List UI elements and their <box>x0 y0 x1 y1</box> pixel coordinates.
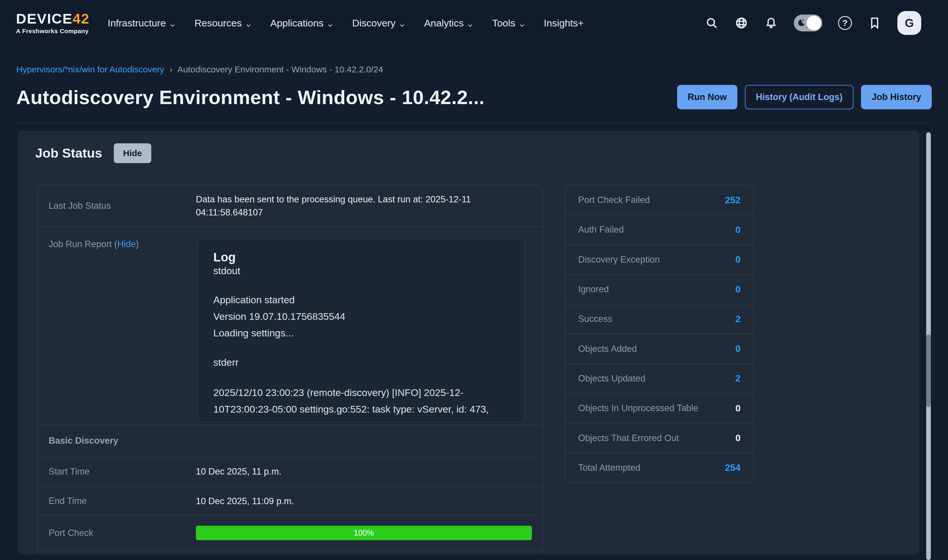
table-row-end-time: End Time 10 Dec 2025, 11:09 p.m. <box>38 486 543 515</box>
device42-logo[interactable]: DEVICE42 A Freshworks Company <box>16 12 89 35</box>
toggle-knob <box>806 16 821 30</box>
hide-panel-button[interactable]: Hide <box>114 143 151 163</box>
nav-label: Resources <box>194 17 242 29</box>
nav-item-discovery[interactable]: Discovery <box>352 17 405 29</box>
help-question-glyph: ? <box>838 16 852 30</box>
stat-row-objects-that-errored-out: Objects That Errored Out 0 <box>566 423 753 452</box>
log-stdout-lines: Application started Version 19.07.10.175… <box>213 292 509 342</box>
job-details-table: Last Job Status Data has been sent to th… <box>37 185 543 554</box>
port-check-progress-text: 100% <box>354 526 374 540</box>
stat-label: Objects Added <box>578 344 637 354</box>
stat-row-objects-updated: Objects Updated 2 <box>566 363 753 393</box>
basic-discovery-heading: Basic Discovery <box>49 435 196 446</box>
logo-tagline: A Freshworks Company <box>16 28 89 35</box>
job-status-header: Job Status Hide <box>35 143 151 163</box>
chevron-down-icon <box>327 20 333 26</box>
chevron-down-icon <box>170 20 176 26</box>
job-history-button[interactable]: Job History <box>861 85 932 109</box>
job-run-report-label: Job Run Report (Hide) <box>49 239 196 249</box>
port-check-progress-bar: 100% <box>196 526 532 540</box>
stat-row-total-attempted: Total Attempted 254 <box>566 453 753 482</box>
stat-value[interactable]: 254 <box>725 462 740 473</box>
notifications-bell-icon[interactable] <box>764 16 778 30</box>
stat-row-ignored: Ignored 0 <box>566 274 753 304</box>
page-scrollbar[interactable] <box>926 132 931 560</box>
nav-label: Discovery <box>352 17 395 29</box>
stat-value[interactable]: 2 <box>735 373 740 384</box>
chevron-down-icon <box>399 20 405 26</box>
breadcrumb-separator: › <box>170 65 173 74</box>
stat-value[interactable]: 252 <box>725 195 740 206</box>
stat-label: Auth Failed <box>578 225 624 235</box>
log-line: Application started <box>213 292 509 308</box>
stat-label: Total Attempted <box>578 463 640 473</box>
stat-row-discovery-exception: Discovery Exception 0 <box>566 245 753 274</box>
stat-label: Port Check Failed <box>578 195 650 205</box>
log-stderr-label: stderr <box>213 357 509 368</box>
stat-row-success: Success 2 <box>566 304 753 334</box>
nav-item-applications[interactable]: Applications <box>270 17 333 29</box>
table-row-basic-discovery: Basic Discovery <box>38 425 543 456</box>
nav-item-insights-plus[interactable]: Insights+ <box>544 17 584 29</box>
stat-label: Success <box>578 314 612 324</box>
moon-icon <box>796 18 806 28</box>
stat-value[interactable]: 0 <box>735 284 740 295</box>
run-now-button[interactable]: Run Now <box>677 85 737 109</box>
stat-value: 0 <box>735 433 740 443</box>
log-viewer[interactable]: Log stdout Application started Version 1… <box>197 238 525 422</box>
job-run-report-label-close: ) <box>136 239 139 249</box>
stat-label: Objects In Unprocessed Table <box>578 403 698 414</box>
header-actions: ? G <box>705 11 921 35</box>
dark-mode-toggle[interactable] <box>794 15 822 31</box>
stat-label: Discovery Exception <box>578 254 660 265</box>
port-check-value: 100% <box>196 526 543 540</box>
search-icon[interactable] <box>705 16 719 30</box>
table-row-start-time: Start Time 10 Dec 2025, 11 p.m. <box>38 456 543 486</box>
job-status-panel: Job Status Hide Last Job Status Data has… <box>18 131 919 554</box>
stat-row-objects-in-unprocessed-table: Objects In Unprocessed Table 0 <box>566 393 753 423</box>
nav-label: Applications <box>270 17 324 29</box>
stat-label: Ignored <box>578 284 609 295</box>
history-audit-logs-button[interactable]: History (Audit Logs) <box>745 85 854 109</box>
stat-label: Objects Updated <box>578 373 645 384</box>
log-stderr-text: 2025/12/10 23:00:23 (remote-discovery) [… <box>213 385 509 422</box>
main-nav: Infrastructure Resources Applications Di… <box>108 17 584 29</box>
user-avatar[interactable]: G <box>897 11 921 35</box>
nav-item-resources[interactable]: Resources <box>194 17 252 29</box>
logo-brand-accent: 42 <box>72 11 89 26</box>
log-line: Loading settings... <box>213 325 509 342</box>
stat-row-auth-failed: Auth Failed 0 <box>566 215 753 244</box>
nav-label: Infrastructure <box>108 17 166 29</box>
nav-item-tools[interactable]: Tools <box>492 17 525 29</box>
job-run-report-value: Log stdout Application started Version 1… <box>196 239 543 422</box>
job-run-report-hide-link[interactable]: Hide <box>117 239 136 249</box>
port-check-label: Port Check <box>49 528 196 538</box>
bookmark-icon[interactable] <box>868 16 882 30</box>
last-job-status-value: Data has been sent to the processing que… <box>196 193 543 219</box>
start-time-label: Start Time <box>49 466 196 477</box>
nav-item-infrastructure[interactable]: Infrastructure <box>108 17 176 29</box>
nav-item-analytics[interactable]: Analytics <box>424 17 473 29</box>
page-title: Autodiscovery Environment - Windows - 10… <box>16 86 484 108</box>
last-job-status-label: Last Job Status <box>49 201 196 211</box>
nav-label: Tools <box>492 17 515 29</box>
table-row-partial <box>38 551 543 554</box>
log-stdout-label: stdout <box>213 265 509 277</box>
breadcrumb-current: Autodiscovery Environment - Windows - 10… <box>177 65 383 74</box>
breadcrumb-link[interactable]: Hypervisors/*nix/win for Autodiscovery <box>16 65 164 74</box>
table-row-last-job-status: Last Job Status Data has been sent to th… <box>38 186 543 226</box>
stat-value[interactable]: 0 <box>735 343 740 354</box>
start-time-value: 10 Dec 2025, 11 p.m. <box>196 465 543 478</box>
globe-icon[interactable] <box>734 16 748 30</box>
stat-value[interactable]: 0 <box>735 225 740 235</box>
stat-value[interactable]: 2 <box>735 314 740 325</box>
nav-label: Insights+ <box>544 17 584 29</box>
help-icon[interactable]: ? <box>838 16 852 30</box>
page-scrollbar-thumb[interactable] <box>926 334 931 407</box>
stat-value[interactable]: 0 <box>735 254 740 265</box>
job-run-report-label-text: Job Run Report ( <box>49 239 117 249</box>
breadcrumb: Hypervisors/*nix/win for Autodiscovery ›… <box>16 65 383 74</box>
chevron-down-icon <box>519 20 525 26</box>
end-time-label: End Time <box>49 496 196 506</box>
table-row-port-check: Port Check 100% <box>38 515 543 551</box>
